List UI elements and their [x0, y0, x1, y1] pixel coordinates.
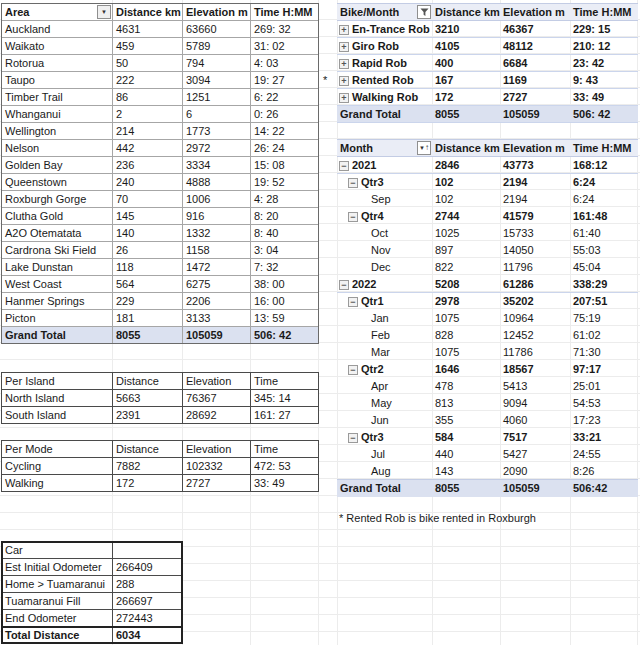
cell[interactable]: 288 — [113, 576, 183, 593]
cell[interactable]: −Mar — [337, 344, 432, 361]
cell[interactable]: 9: 43 — [570, 72, 638, 89]
cell[interactable]: Hanmer Springs — [2, 293, 113, 310]
collapse-icon[interactable]: − — [339, 280, 349, 290]
cell[interactable]: −2022 — [337, 276, 432, 293]
cell[interactable]: 9094 — [500, 395, 570, 412]
cell[interactable]: 2846 — [432, 157, 500, 174]
expand-icon[interactable]: + — [339, 76, 349, 86]
cell[interactable]: 2194 — [500, 191, 570, 208]
cell[interactable]: 442 — [113, 140, 183, 157]
distance-column-header[interactable]: Distance km — [432, 140, 500, 157]
cell[interactable]: 2 — [113, 106, 183, 123]
cell[interactable]: −Nov — [337, 242, 432, 259]
cell[interactable]: 31: 02 — [251, 38, 319, 55]
cell[interactable]: 1158 — [183, 242, 251, 259]
cell[interactable]: 2194 — [500, 174, 570, 191]
distance-column-header[interactable]: Distance km — [113, 4, 183, 21]
cell[interactable]: 13: 59 — [251, 310, 319, 327]
cell[interactable]: 11796 — [500, 259, 570, 276]
collapse-icon[interactable]: − — [348, 365, 358, 375]
cell[interactable]: 2978 — [432, 293, 500, 310]
cell[interactable]: Queenstown — [2, 174, 113, 191]
cell[interactable]: Nelson — [2, 140, 113, 157]
cell[interactable]: 2206 — [183, 293, 251, 310]
cell[interactable]: 1006 — [183, 191, 251, 208]
per-mode-header[interactable]: Per Mode — [2, 441, 113, 458]
cell[interactable]: 28692 — [183, 407, 251, 424]
cell[interactable]: 181 — [113, 310, 183, 327]
cell[interactable]: +Walking Rob — [337, 89, 432, 106]
cell[interactable]: −Jan — [337, 310, 432, 327]
cell[interactable]: Auckland — [2, 21, 113, 38]
cell[interactable]: Total Distance — [2, 627, 113, 644]
cell[interactable]: 38: 00 — [251, 276, 319, 293]
cell[interactable]: 7: 32 — [251, 259, 319, 276]
cell[interactable]: 46367 — [500, 21, 570, 38]
cell[interactable]: 4: 28 — [251, 191, 319, 208]
cell[interactable]: 4888 — [183, 174, 251, 191]
cell[interactable]: 33: 49 — [570, 89, 638, 106]
cell[interactable]: 71:30 — [570, 344, 638, 361]
cell[interactable]: 564 — [113, 276, 183, 293]
bike-month-column-header[interactable]: Bike/Month — [337, 4, 432, 21]
cell[interactable]: 5427 — [500, 446, 570, 463]
cell[interactable]: 54:53 — [570, 395, 638, 412]
elevation-column-header[interactable]: Elevation m — [183, 4, 251, 21]
cell[interactable]: −Oct — [337, 225, 432, 242]
cell[interactable]: 266697 — [113, 593, 183, 610]
cell[interactable]: −Qtr4 — [337, 208, 432, 225]
elevation-column-header[interactable]: Elevation m — [500, 140, 570, 157]
cell[interactable]: 8: 40 — [251, 225, 319, 242]
cell[interactable]: 6275 — [183, 276, 251, 293]
cell[interactable]: 207:51 — [570, 293, 638, 310]
cell[interactable]: 506: 42 — [570, 106, 638, 123]
cell[interactable]: 210: 12 — [570, 38, 638, 55]
cell[interactable]: 10964 — [500, 310, 570, 327]
time-column-header[interactable]: Time H:MM — [570, 4, 638, 21]
cell[interactable]: 50 — [113, 55, 183, 72]
cell[interactable]: −May — [337, 395, 432, 412]
cell[interactable]: 172 — [432, 89, 500, 106]
cell[interactable]: 102332 — [183, 458, 251, 475]
cell[interactable]: 222 — [113, 72, 183, 89]
cell[interactable]: 15: 08 — [251, 157, 319, 174]
cell[interactable]: A2O Otematata — [2, 225, 113, 242]
cell[interactable]: 240 — [113, 174, 183, 191]
cell[interactable]: 3334 — [183, 157, 251, 174]
cell[interactable]: 1025 — [432, 225, 500, 242]
cell[interactable]: Tuamaranui Fill — [2, 593, 113, 610]
cell[interactable]: 1332 — [183, 225, 251, 242]
cell[interactable]: 41579 — [500, 208, 570, 225]
cell[interactable]: 6684 — [500, 55, 570, 72]
cell[interactable]: 4: 03 — [251, 55, 319, 72]
cell[interactable]: 3210 — [432, 21, 500, 38]
cell[interactable]: 269: 32 — [251, 21, 319, 38]
distance-column-header[interactable]: Distance — [113, 441, 183, 458]
cell[interactable]: 822 — [432, 259, 500, 276]
cell[interactable]: 1075 — [432, 344, 500, 361]
cell[interactable]: Grand Total — [337, 480, 432, 497]
cell[interactable]: 2744 — [432, 208, 500, 225]
cell[interactable]: −Jun — [337, 412, 432, 429]
expand-icon[interactable]: + — [339, 42, 349, 52]
per-island-header[interactable]: Per Island — [2, 373, 113, 390]
cell[interactable]: 6 — [183, 106, 251, 123]
cell[interactable]: 5413 — [500, 378, 570, 395]
cell[interactable]: 8:26 — [570, 463, 638, 480]
area-column-header[interactable]: Area ▼ — [2, 4, 113, 21]
cell[interactable]: 400 — [432, 55, 500, 72]
cell[interactable]: 14: 22 — [251, 123, 319, 140]
cell[interactable]: 43773 — [500, 157, 570, 174]
cell[interactable]: 214 — [113, 123, 183, 140]
cell[interactable]: 6:24 — [570, 174, 638, 191]
cell[interactable]: 143 — [432, 463, 500, 480]
cell[interactable]: −Jul — [337, 446, 432, 463]
cell[interactable]: 6: 22 — [251, 89, 319, 106]
cell[interactable]: 440 — [432, 446, 500, 463]
cell[interactable]: 19: 52 — [251, 174, 319, 191]
cell[interactable]: 4631 — [113, 21, 183, 38]
time-column-header[interactable]: Time — [251, 373, 319, 390]
cell[interactable]: −Apr — [337, 378, 432, 395]
cell[interactable]: 161: 27 — [251, 407, 319, 424]
time-column-header[interactable]: Time H:MM — [570, 140, 638, 157]
